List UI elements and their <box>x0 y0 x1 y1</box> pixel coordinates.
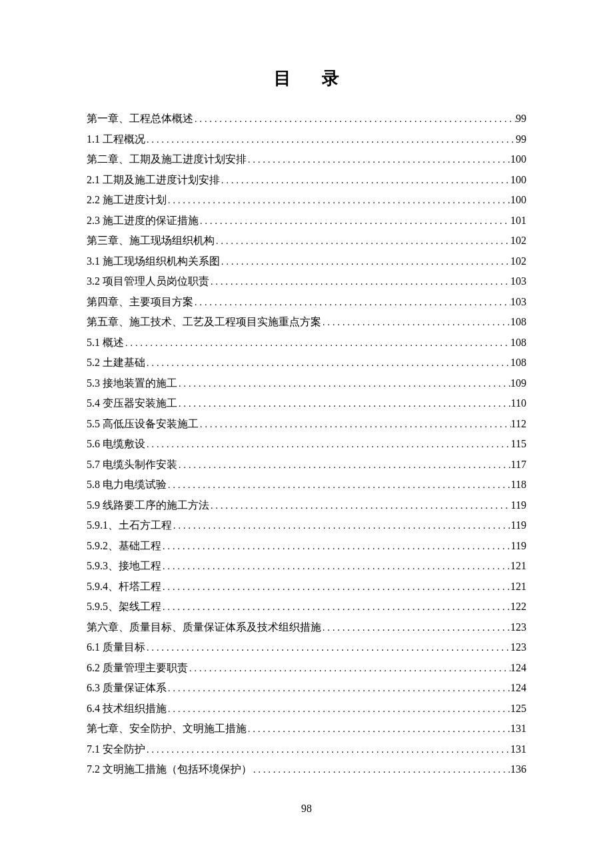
toc-leader-dots <box>247 719 510 739</box>
toc-entry-label: 第五章、施工技术、工艺及工程项目实施重点方案 <box>87 312 321 332</box>
toc-entry-label: 5.9 线路要工序的施工方法 <box>87 495 209 515</box>
toc-entry-page: 102 <box>510 251 526 271</box>
toc-entry-page: 131 <box>510 739 526 759</box>
toc-entry-label: 6.4 技术组织措施 <box>87 699 167 719</box>
toc-entry: 5.2 土建基础108 <box>87 353 526 373</box>
toc-entry-label: 5.9.2、基础工程 <box>87 536 161 556</box>
toc-entry-page: 121 <box>510 556 526 576</box>
toc-entry: 3.1 施工现场组织机构关系图102 <box>87 251 526 272</box>
toc-leader-dots <box>199 211 510 231</box>
toc-leader-dots <box>321 313 510 333</box>
toc-leader-dots <box>177 394 511 414</box>
toc-entry-page: 99 <box>516 129 526 149</box>
toc-entry-page: 117 <box>511 455 526 475</box>
toc-entry-label: 5.6 电缆敷设 <box>87 434 145 454</box>
toc-entry-page: 101 <box>510 211 526 231</box>
toc-leader-dots <box>177 374 510 394</box>
toc-entry: 6.1 质量目标123 <box>87 637 526 658</box>
toc-entry: 5.7 电缆头制作安装117 <box>87 455 526 475</box>
toc-entry-page: 100 <box>510 190 526 210</box>
toc-entry-page: 119 <box>511 536 526 556</box>
toc-leader-dots <box>161 537 511 557</box>
toc-entry-label: 1.1 工程概况 <box>87 129 145 149</box>
toc-entry: 5.3 接地装置的施工109 <box>87 373 526 394</box>
toc-entry-label: 5.9.1、土石方工程 <box>87 515 172 535</box>
toc-entry-page: 102 <box>510 231 526 251</box>
toc-leader-dots <box>167 679 510 699</box>
toc-leader-dots <box>209 496 511 516</box>
toc-entry: 7.1 安全防护131 <box>87 739 526 760</box>
toc-entry-label: 5.9.4、杆塔工程 <box>87 577 161 597</box>
toc-entry-label: 5.7 电缆头制作安装 <box>87 455 177 475</box>
toc-entry-page: 110 <box>511 393 526 413</box>
toc-entry: 5.9.4、杆塔工程121 <box>87 577 526 597</box>
toc-entry-label: 6.1 质量目标 <box>87 637 145 657</box>
toc-entry-page: 121 <box>510 577 526 597</box>
toc-entry: 第一章、工程总体概述99 <box>87 109 526 129</box>
toc-entry-page: 108 <box>510 353 526 373</box>
toc-entry: 第三章、施工现场组织机构102 <box>87 231 526 251</box>
toc-entry-page: 131 <box>510 719 526 739</box>
toc-entry-page: 115 <box>511 434 526 454</box>
toc-leader-dots <box>193 293 510 313</box>
toc-entry: 6.3 质量保证体系124 <box>87 678 526 699</box>
toc-leader-dots <box>209 272 510 292</box>
toc-entry-page: 103 <box>510 292 526 312</box>
toc-entry-page: 100 <box>510 149 526 169</box>
toc-entry: 第五章、施工技术、工艺及工程项目实施重点方案108 <box>87 312 526 333</box>
toc-leader-dots <box>215 231 510 251</box>
toc-entry-label: 第四章、主要项目方案 <box>87 292 193 312</box>
toc-entry-page: 109 <box>510 373 526 393</box>
toc-entry-label: 3.1 施工现场组织机构关系图 <box>87 251 220 271</box>
toc-entry-page: 123 <box>510 637 526 657</box>
toc-entry-page: 124 <box>510 658 526 678</box>
toc-entry-label: 2.3 施工进度的保证措施 <box>87 211 199 231</box>
toc-entry-label: 5.4 变压器安装施工 <box>87 393 177 413</box>
toc-leader-dots <box>321 618 510 638</box>
toc-entry-page: 112 <box>511 414 526 434</box>
toc-leader-dots <box>252 760 510 780</box>
toc-entry-page: 100 <box>510 170 526 190</box>
toc-leader-dots <box>199 415 511 435</box>
toc-leader-dots <box>167 191 510 211</box>
toc-leader-dots <box>220 171 510 191</box>
toc-entry-label: 6.3 质量保证体系 <box>87 678 167 698</box>
toc-entry: 2.3 施工进度的保证措施101 <box>87 211 526 231</box>
toc-entry: 第四章、主要项目方案103 <box>87 292 526 313</box>
toc-entry-page: 108 <box>510 333 526 353</box>
toc-leader-dots <box>247 150 510 170</box>
toc-entry-label: 3.2 项目管理人员岗位职责 <box>87 271 209 291</box>
toc-entry: 3.2 项目管理人员岗位职责103 <box>87 271 526 292</box>
toc-entry-page: 119 <box>511 495 526 515</box>
toc-entry-page: 122 <box>510 597 526 617</box>
toc-leader-dots <box>161 597 510 617</box>
toc-entry-page: 119 <box>511 515 526 535</box>
toc-entry-label: 第一章、工程总体概述 <box>87 109 193 129</box>
toc-entry-page: 125 <box>510 699 526 719</box>
toc-entry-label: 5.8 电力电缆试验 <box>87 475 167 495</box>
toc-entry: 5.6 电缆敷设115 <box>87 434 526 455</box>
toc-entry-label: 6.2 质量管理主要职责 <box>87 658 188 678</box>
toc-leader-dots <box>172 516 511 536</box>
toc-entry-label: 5.9.3、接地工程 <box>87 556 161 576</box>
toc-entry: 第二章、工期及施工进度计划安排100 <box>87 149 526 170</box>
toc-entry: 2.2 施工进度计划100 <box>87 190 526 211</box>
toc-leader-dots <box>145 435 511 455</box>
toc-entry-label: 5.9.5、架线工程 <box>87 597 161 617</box>
toc-leader-dots <box>167 475 511 495</box>
table-of-contents: 第一章、工程总体概述991.1 工程概况99第二章、工期及施工进度计划安排100… <box>87 109 526 780</box>
toc-entry: 2.1 工期及施工进度计划安排100 <box>87 170 526 191</box>
toc-leader-dots <box>145 740 510 760</box>
toc-entry-label: 5.2 土建基础 <box>87 353 145 373</box>
toc-entry-label: 7.1 安全防护 <box>87 739 145 759</box>
toc-entry: 第六章、质量目标、质量保证体系及技术组织措施123 <box>87 617 526 638</box>
toc-entry: 5.9.1、土石方工程119 <box>87 515 526 536</box>
toc-entry: 1.1 工程概况99 <box>87 129 526 150</box>
toc-entry: 6.2 质量管理主要职责124 <box>87 658 526 679</box>
toc-leader-dots <box>161 577 510 597</box>
toc-entry: 6.4 技术组织措施125 <box>87 699 526 719</box>
toc-entry: 7.2 文明施工措施（包括环境保护）136 <box>87 759 526 780</box>
toc-entry-label: 2.1 工期及施工进度计划安排 <box>87 170 220 190</box>
toc-entry: 5.9 线路要工序的施工方法119 <box>87 495 526 516</box>
toc-entry-label: 第三章、施工现场组织机构 <box>87 231 215 251</box>
